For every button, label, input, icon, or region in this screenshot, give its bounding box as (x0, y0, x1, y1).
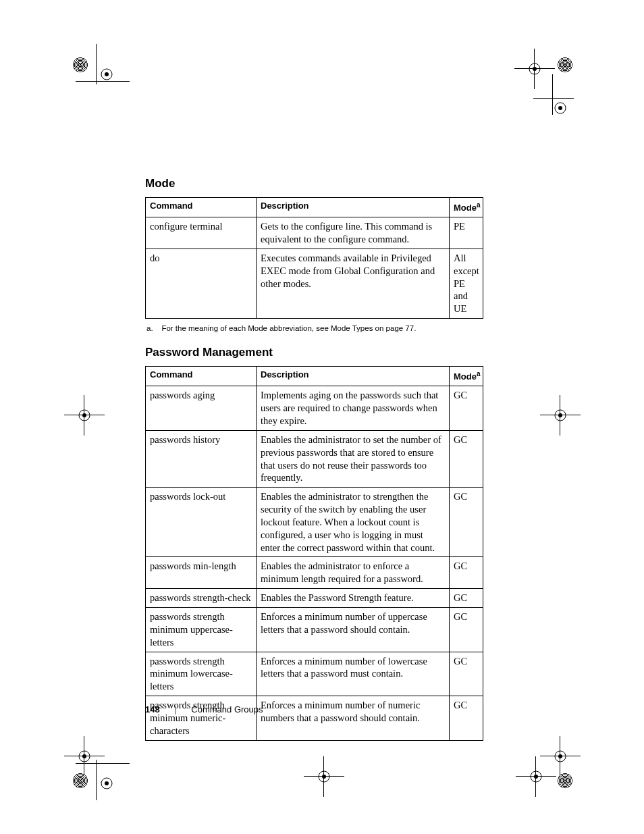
registration-mark-mr (540, 395, 581, 436)
table-row: passwords history Enables the administra… (146, 430, 483, 487)
col-mode-sup: a (477, 370, 481, 377)
cell-description: Implements aging on the passwords such t… (257, 386, 450, 431)
cell-command: configure terminal (146, 217, 257, 249)
registration-mark-ml (64, 395, 105, 436)
cell-command: do (146, 249, 257, 318)
table-row: passwords min-length Enables the adminis… (146, 557, 483, 589)
cell-command: passwords strength minimum numeric-chara… (146, 696, 257, 741)
svg-point-1 (105, 72, 109, 76)
cell-mode: GC (450, 589, 483, 608)
footer-separator: | (174, 704, 176, 714)
registration-mark-br2 (540, 736, 581, 777)
cell-command: passwords lock-out (146, 488, 257, 557)
cell-description: Enables the administrator to set the num… (257, 430, 450, 487)
cell-description: Enables the administrator to enforce a m… (257, 557, 450, 589)
col-mode-label: Mode (454, 371, 477, 382)
page-footer: 148 | Command Groups (145, 704, 263, 714)
svg-point-5 (558, 106, 562, 110)
cell-command: passwords strength minimum lowercase-let… (146, 652, 257, 696)
table-row: passwords strength minimum numeric-chara… (146, 696, 483, 741)
cell-description: Enforces a minimum number of uppercase l… (257, 608, 450, 652)
password-table: Command Description Modea passwords agin… (145, 366, 483, 740)
cell-mode: GC (450, 488, 483, 557)
crop-disc-tr (558, 57, 572, 72)
registration-mark-bl2 (86, 763, 127, 804)
table-row: passwords aging Implements aging on the … (146, 386, 483, 431)
section-heading-password: Password Management (145, 346, 483, 359)
table-row: passwords strength minimum lowercase-let… (146, 652, 483, 696)
col-mode: Modea (450, 198, 483, 217)
page-number: 148 (145, 704, 160, 714)
footnote-label: a. (146, 324, 153, 332)
registration-mark-tr2 (540, 88, 581, 128)
cell-mode: GC (450, 557, 483, 589)
svg-point-19 (558, 754, 562, 758)
col-mode-label: Mode (454, 203, 477, 213)
table-row: passwords lock-out Enables the administr… (146, 488, 483, 557)
cell-command: passwords strength minimum uppercase-let… (146, 608, 257, 652)
svg-point-3 (533, 67, 537, 71)
cell-mode: GC (450, 430, 483, 487)
table-header-row: Command Description Modea (146, 198, 483, 217)
svg-point-15 (322, 775, 326, 779)
col-command: Command (146, 367, 257, 386)
table-header-row: Command Description Modea (146, 367, 483, 386)
page: Mode Command Description Modea configure… (0, 0, 644, 834)
svg-point-9 (558, 413, 562, 417)
cell-mode: GC (450, 696, 483, 741)
mode-table: Command Description Modea configure term… (145, 197, 483, 319)
section-heading-mode: Mode (145, 177, 483, 190)
col-mode: Modea (450, 367, 483, 386)
cell-description: Enforces a minimum number of lowercase l… (257, 652, 450, 696)
cell-description: Enables the administrator to strengthen … (257, 488, 450, 557)
table-row: passwords strength minimum uppercase-let… (146, 608, 483, 652)
svg-point-7 (82, 413, 86, 417)
table-row: passwords strength-check Enables the Pas… (146, 589, 483, 608)
content-area: Mode Command Description Modea configure… (145, 177, 483, 741)
crop-disc-bl (73, 773, 88, 788)
cell-mode: GC (450, 652, 483, 696)
cell-description: Enables the Password Strength feature. (257, 589, 450, 608)
cell-command: passwords history (146, 430, 257, 487)
cell-command: passwords min-length (146, 557, 257, 589)
registration-mark-bc (304, 756, 344, 797)
crop-bar (96, 760, 97, 800)
table-row: do Executes commands available in Privil… (146, 249, 483, 318)
svg-point-13 (105, 781, 109, 785)
cell-description: Executes commands available in Privilege… (257, 249, 450, 318)
cell-command: passwords aging (146, 386, 257, 431)
col-description: Description (257, 367, 450, 386)
cell-mode: GC (450, 386, 483, 431)
col-description: Description (257, 198, 450, 217)
registration-mark-tr (514, 49, 555, 89)
cell-mode: GC (450, 608, 483, 652)
crop-disc-tl (73, 57, 88, 72)
cell-mode: All except PE and UE (450, 249, 483, 318)
svg-point-11 (82, 754, 86, 758)
cell-description: Enforces a minimum number of numeric num… (257, 696, 450, 741)
cell-description: Gets to the configure line. This command… (257, 217, 450, 249)
cell-command: passwords strength-check (146, 589, 257, 608)
registration-mark-tl (86, 54, 127, 95)
footer-section: Command Groups (191, 704, 263, 714)
svg-point-17 (534, 775, 538, 779)
col-mode-sup: a (477, 201, 481, 209)
mode-footnote: a. For the meaning of each Mode abbrevia… (146, 324, 483, 332)
cell-mode: PE (450, 217, 483, 249)
table-row: configure terminal Gets to the configure… (146, 217, 483, 249)
crop-bar (76, 763, 130, 764)
footnote-text: For the meaning of each Mode abbreviatio… (161, 324, 416, 332)
col-command: Command (146, 198, 257, 217)
